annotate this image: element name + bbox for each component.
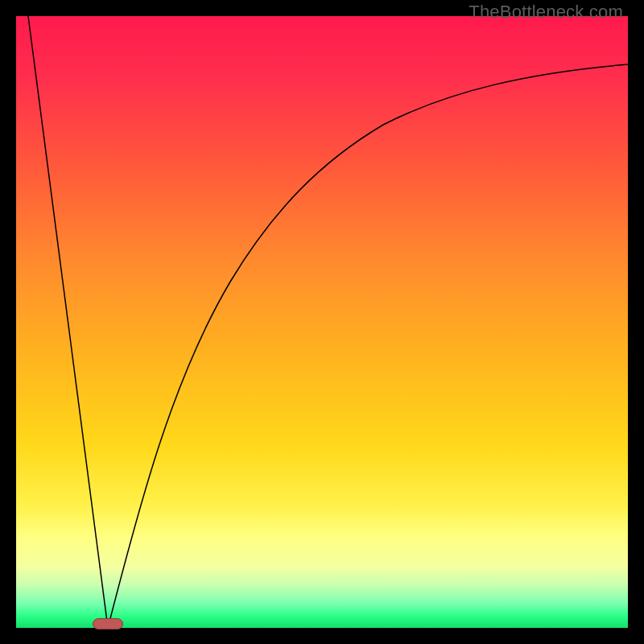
chart-frame: TheBottleneck.com bbox=[0, 0, 644, 644]
curve-right-branch bbox=[108, 64, 628, 628]
bottleneck-marker bbox=[93, 618, 123, 630]
watermark-text: TheBottleneck.com bbox=[469, 2, 623, 23]
curve-left-branch bbox=[28, 16, 108, 628]
curve-overlay bbox=[16, 16, 628, 628]
